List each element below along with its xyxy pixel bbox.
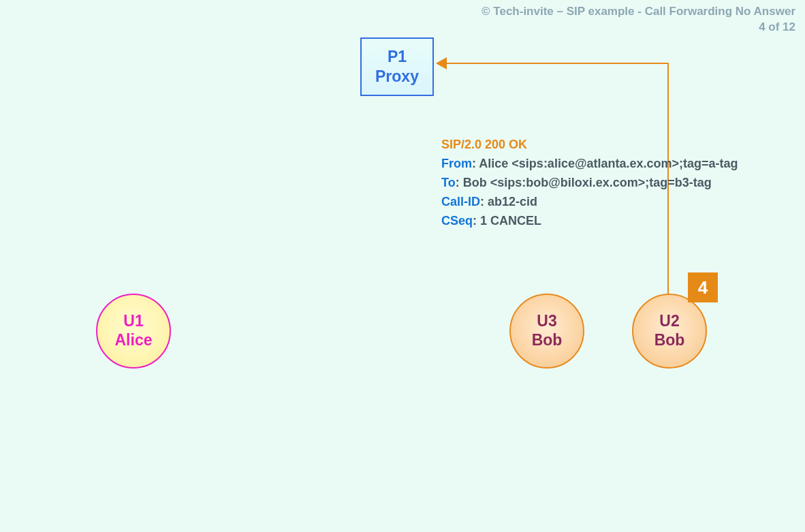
node-u1-alice: U1 Alice <box>96 294 171 369</box>
sip-cseq-val: : 1 CANCEL <box>473 214 541 228</box>
proxy-label: Proxy <box>375 67 419 87</box>
node-u2-name: Bob <box>654 331 685 350</box>
node-u1-id: U1 <box>123 312 143 331</box>
message-arrow-head-icon <box>436 57 447 69</box>
diagram-header: © Tech-invite – SIP example - Call Forwa… <box>482 4 795 35</box>
step-number: 4 <box>698 277 708 298</box>
sip-to-key: To <box>441 176 456 189</box>
sip-to-val: : Bob <sips:bob@biloxi.ex.com>;tag=b3-ta… <box>456 176 712 189</box>
header-page-count: 4 of 12 <box>482 20 795 35</box>
sip-message-block: SIP/2.0 200 OK From: Alice <sips:alice@a… <box>441 136 738 230</box>
sip-from-line: From: Alice <sips:alice@atlanta.ex.com>;… <box>441 155 738 174</box>
sip-callid-val: : ab12-cid <box>480 195 537 208</box>
proxy-id: P1 <box>388 47 407 67</box>
sip-cseq-line: CSeq: 1 CANCEL <box>441 212 738 231</box>
node-u3-id: U3 <box>537 312 556 331</box>
sip-callid-key: Call-ID <box>441 195 480 208</box>
header-title: © Tech-invite – SIP example - Call Forwa… <box>482 4 795 20</box>
node-u1-name: Alice <box>115 331 153 350</box>
node-u3-name: Bob <box>532 331 563 350</box>
sip-status-line: SIP/2.0 200 OK <box>441 136 738 155</box>
sip-to-line: To: Bob <sips:bob@biloxi.ex.com>;tag=b3-… <box>441 174 738 193</box>
sip-from-val: : Alice <sips:alice@atlanta.ex.com>;tag=… <box>472 157 738 170</box>
message-arrow-horizontal <box>445 63 669 64</box>
sip-from-key: From <box>441 157 472 170</box>
step-number-badge: 4 <box>688 272 718 302</box>
node-u2-bob: U2 Bob <box>632 294 707 369</box>
node-u3-bob: U3 Bob <box>509 294 584 369</box>
node-p1-proxy: P1 Proxy <box>360 37 434 96</box>
node-u2-id: U2 <box>659 312 679 331</box>
sip-callid-line: Call-ID: ab12-cid <box>441 193 738 212</box>
sip-cseq-key: CSeq <box>441 214 473 228</box>
